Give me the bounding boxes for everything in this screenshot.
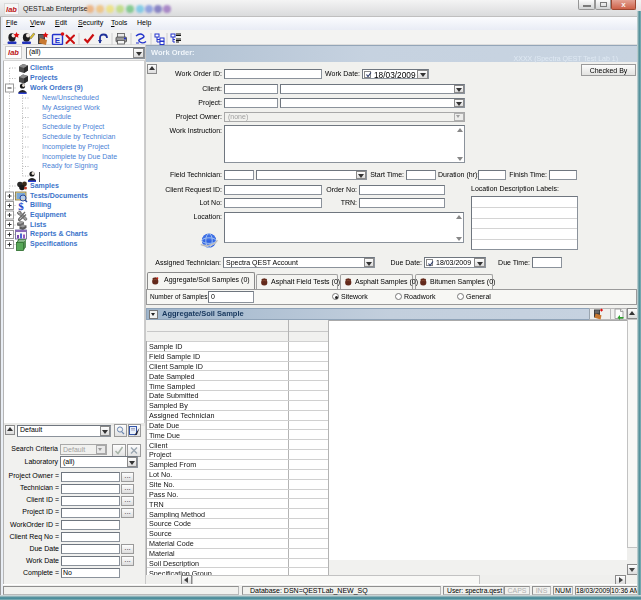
svg-text:E: E [55,36,61,45]
svg-text:$: $ [18,200,24,212]
